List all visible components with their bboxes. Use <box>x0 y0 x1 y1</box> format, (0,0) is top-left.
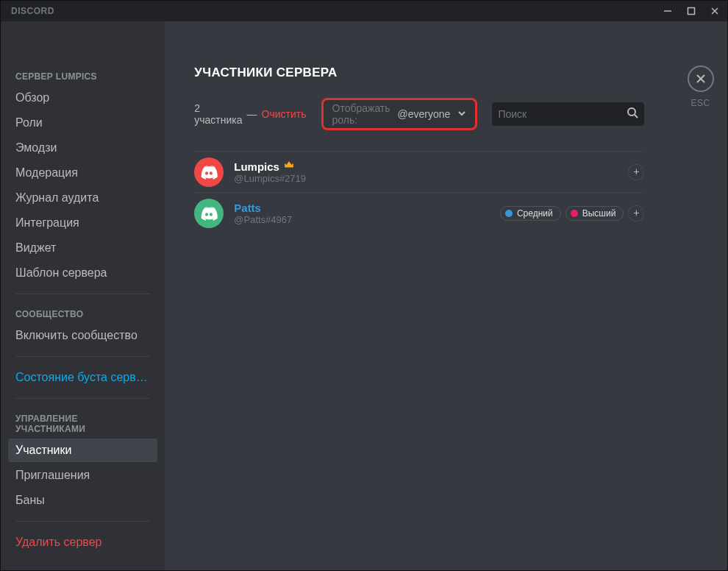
sidebar-header-user-management: УПРАВЛЕНИЕ УЧАСТНИКАМИ <box>8 408 157 439</box>
member-roles: + <box>628 164 644 180</box>
sidebar-item-overview[interactable]: Обзор <box>8 86 157 110</box>
avatar <box>194 157 224 187</box>
member-tag: @Lumpics#2719 <box>234 173 306 184</box>
member-row[interactable]: Lumpics@Lumpics#2719+ <box>194 151 644 192</box>
sidebar-item-widget[interactable]: Виджет <box>8 236 157 260</box>
content-area: УЧАСТНИКИ СЕРВЕРА 2 участника — Очистить… <box>165 21 674 570</box>
window-controls <box>663 6 720 16</box>
member-info: Lumpics@Lumpics#2719 <box>234 160 306 184</box>
role-filter-dropdown[interactable]: Отображать роль: @everyone <box>321 98 478 130</box>
search-input[interactable] <box>498 108 627 120</box>
sidebar-item-members[interactable]: Участники <box>8 439 157 462</box>
role-filter-value: @everyone <box>398 108 451 120</box>
sidebar-header-server: СЕРВЕР LUMPICS <box>8 65 157 86</box>
sidebar-item-integration[interactable]: Интеграция <box>8 211 157 235</box>
search-wrap <box>492 102 644 126</box>
sidebar-separator <box>15 356 150 357</box>
role-label: Высший <box>582 208 616 219</box>
add-role-button[interactable]: + <box>628 164 644 180</box>
member-count: 2 участника <box>194 102 242 126</box>
add-role-button[interactable]: + <box>628 205 644 221</box>
plus-icon: + <box>633 207 639 219</box>
member-name: Lumpics <box>234 160 279 173</box>
sidebar-item-bans[interactable]: Баны <box>8 489 157 512</box>
titlebar: DISCORD <box>1 1 727 21</box>
role-color-dot <box>571 210 578 217</box>
chevron-down-icon <box>457 107 466 121</box>
svg-line-5 <box>635 115 638 118</box>
maximize-button[interactable] <box>686 6 696 16</box>
role-chip[interactable]: Высший <box>565 206 624 221</box>
member-roles: СреднийВысший+ <box>500 205 644 221</box>
close-column: ESC <box>674 21 727 570</box>
sidebar-item-roles[interactable]: Роли <box>8 111 157 135</box>
sidebar-separator <box>15 398 150 399</box>
svg-rect-1 <box>688 8 695 15</box>
app-window: DISCORD СЕРВЕР LUMPICS Обзор Роли Эмодзи… <box>0 0 728 571</box>
settings-body: СЕРВЕР LUMPICS Обзор Роли Эмодзи Модерац… <box>1 21 727 570</box>
dash: — <box>247 108 257 120</box>
sidebar-separator <box>15 521 150 522</box>
sidebar-item-invites[interactable]: Приглашения <box>8 464 157 487</box>
sidebar-item-emoji[interactable]: Эмодзи <box>8 136 157 160</box>
plus-icon: + <box>633 166 639 177</box>
role-chip[interactable]: Средний <box>500 206 561 221</box>
search-icon <box>627 107 638 121</box>
role-color-dot <box>505 210 513 217</box>
member-info: Patts@Patts#4967 <box>234 202 292 225</box>
close-settings-button[interactable] <box>688 65 714 92</box>
avatar <box>194 199 224 228</box>
sidebar-item-template[interactable]: Шаблон сервера <box>8 261 157 285</box>
clear-button[interactable]: Очистить <box>262 108 307 120</box>
settings-sidebar: СЕРВЕР LUMPICS Обзор Роли Эмодзи Модерац… <box>1 21 165 570</box>
brand-label: DISCORD <box>11 6 54 16</box>
sidebar-header-community: СООБЩЕСТВО <box>8 303 157 324</box>
member-name: Patts <box>234 202 261 214</box>
members-list: Lumpics@Lumpics#2719+Patts@Patts#4967Сре… <box>194 151 644 233</box>
sidebar-item-delete-server[interactable]: Удалить сервер <box>8 531 157 554</box>
minimize-button[interactable] <box>663 6 673 16</box>
member-tag: @Patts#4967 <box>234 214 292 225</box>
svg-point-4 <box>628 108 635 116</box>
role-label: Средний <box>517 208 553 219</box>
page-title: УЧАСТНИКИ СЕРВЕРА <box>194 65 644 80</box>
sidebar-item-audit-log[interactable]: Журнал аудита <box>8 186 157 210</box>
filter-row: 2 участника — Очистить Отображать роль: … <box>194 98 644 130</box>
sidebar-item-moderation[interactable]: Модерация <box>8 161 157 185</box>
member-row[interactable]: Patts@Patts#4967СреднийВысший+ <box>194 192 644 233</box>
close-window-button[interactable] <box>710 6 720 16</box>
sidebar-separator <box>15 294 150 294</box>
sidebar-item-enable-community[interactable]: Включить сообщество <box>8 324 157 347</box>
crown-icon <box>284 160 294 173</box>
esc-label: ESC <box>691 98 710 108</box>
sidebar-item-boost-status[interactable]: Состояние буста серв… <box>8 366 157 389</box>
role-filter-label: Отображать роль: <box>332 102 390 126</box>
